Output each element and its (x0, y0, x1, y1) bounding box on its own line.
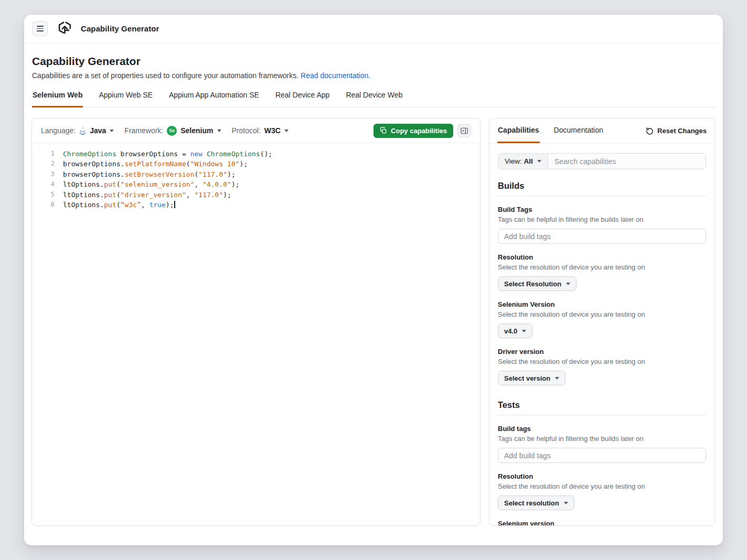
language-selector[interactable]: Language: Java (41, 126, 114, 135)
code-line: 6ltOptions.put(“w3c”, true); (32, 200, 480, 210)
section-divider (498, 415, 706, 415)
code-line: 3browserOptions.setBrowserVersion("117.0… (32, 169, 480, 179)
line-number: 3 (32, 169, 55, 179)
java-icon (79, 126, 86, 135)
field-help-text: Select the resolution of device you are … (498, 482, 706, 490)
driver-version-select[interactable]: Select version (498, 371, 565, 385)
tab-appium-app-automation-se[interactable]: Appium App Automation SE (168, 91, 260, 107)
hamburger-icon (37, 26, 44, 27)
view-filter-dropdown[interactable]: View: All (498, 154, 548, 169)
code-text: ltOptions.put("selenium_version", "4.0.0… (63, 179, 240, 189)
chevron-down-icon (564, 502, 568, 504)
text-cursor (174, 201, 175, 208)
code-line: 2browserOptions.setPlatformName("Windows… (32, 159, 480, 169)
tab-documentation[interactable]: Documentation (553, 119, 604, 143)
capability-search-bar: View: All (498, 153, 706, 169)
code-editor-panel: Language: Java Framework: Se (31, 118, 481, 526)
section-title-builds: Builds (498, 181, 706, 191)
code-editor[interactable]: 1ChromeOptions browserOptions = new Chro… (32, 143, 480, 216)
section-divider (498, 196, 706, 196)
line-number: 5 (32, 190, 55, 200)
chevron-down-icon (537, 160, 541, 163)
section-title-tests: Tests (498, 400, 706, 410)
read-documentation-link[interactable]: Read documentation. (301, 71, 370, 80)
field-label: Selenium Version (498, 300, 706, 308)
hamburger-menu-button[interactable] (33, 21, 48, 36)
field-builds-resolution: ResolutionSelect the resolution of devic… (498, 253, 706, 291)
editor-toolbar: Language: Java Framework: Se (32, 119, 480, 143)
field-tests-build-tags: Build tagsTags can be helpful in filteri… (498, 425, 706, 463)
code-line: 4ltOptions.put("selenium_version", "4.0.… (32, 179, 480, 189)
line-number: 6 (32, 200, 55, 210)
page-title: Capability Generator (32, 55, 715, 68)
collapse-panel-icon (461, 127, 468, 134)
tab-real-device-web[interactable]: Real Device Web (345, 91, 403, 107)
protocol-selector[interactable]: Protocol: W3C (232, 126, 289, 135)
field-label: Build Tags (498, 206, 706, 213)
chevron-down-icon (522, 330, 526, 332)
field-label: Selenium version (498, 520, 706, 525)
search-capabilities-input[interactable] (548, 154, 706, 169)
copy-icon (380, 127, 387, 134)
chevron-down-icon (555, 377, 559, 380)
page-tabs: Selenium WebAppium Web SEAppium App Auto… (32, 91, 715, 107)
chevron-down-icon (284, 130, 289, 132)
field-label: Resolution (498, 253, 706, 261)
field-builds-selenium-version: Selenium VersionSelect the resolution of… (498, 300, 706, 338)
code-text: browserOptions.setPlatformName("Windows … (63, 159, 248, 169)
capabilities-panel: CapabilitiesDocumentation Reset Changes … (489, 118, 715, 526)
line-number: 2 (32, 159, 55, 169)
field-help-text: Tags can be helpful in filtering the bui… (498, 216, 706, 223)
tab-capabilities[interactable]: Capabilities (497, 119, 540, 143)
capabilities-panel-header: CapabilitiesDocumentation Reset Changes (489, 119, 714, 144)
chevron-down-icon (110, 130, 114, 132)
field-help-text: Select the resolution of device you are … (498, 358, 706, 365)
resolution-select[interactable]: Select Resolution (498, 276, 577, 291)
copy-capabilities-button[interactable]: Copy capabilities (374, 124, 453, 138)
line-number: 1 (32, 149, 55, 159)
selenium-icon: Se (167, 126, 177, 136)
page-description: Capabilities are a set of properties use… (32, 71, 715, 80)
code-text: ChromeOptions browserOptions = new Chrom… (63, 149, 272, 159)
reset-icon (646, 127, 654, 135)
code-text: ltOptions.put(“w3c”, true); (63, 200, 175, 210)
add-build-tags-input[interactable] (498, 448, 706, 463)
add-build-tags-input[interactable] (498, 229, 706, 244)
tab-selenium-web[interactable]: Selenium Web (32, 91, 83, 107)
top-bar: Capability Generator (24, 15, 723, 43)
field-help-text: Tags can be helpful in filtering the bui… (498, 435, 706, 443)
field-label: Resolution (498, 472, 706, 480)
tab-appium-web-se[interactable]: Appium Web SE (98, 91, 153, 107)
collapse-panel-button[interactable] (457, 124, 471, 137)
chevron-down-icon (217, 130, 221, 132)
field-builds-build-tags: Build TagsTags can be helpful in filteri… (498, 206, 706, 244)
field-tests-selenium-version: Selenium versionSelect the resolution of… (498, 520, 706, 525)
chevron-down-icon (566, 283, 570, 285)
selenium-version-select[interactable]: v4.0 (498, 324, 532, 338)
field-help-text: Select the resolution of device you are … (498, 263, 706, 271)
capabilities-panel-body: View: All BuildsBuild TagsTags can be he… (489, 144, 714, 525)
line-number: 4 (32, 179, 55, 189)
field-label: Driver version (498, 348, 706, 356)
capability-sections-mount: BuildsBuild TagsTags can be helpful in f… (498, 181, 706, 525)
code-line: 1ChromeOptions browserOptions = new Chro… (32, 149, 480, 159)
app-title: Capability Generator (81, 24, 159, 33)
reset-changes-button[interactable]: Reset Changes (646, 127, 707, 135)
field-tests-resolution: ResolutionSelect the resolution of devic… (498, 472, 706, 510)
capability-generator-window: Capability Generator Capability Generato… (24, 15, 723, 545)
code-line: 5ltOptions.put("driver_version", "117.0"… (32, 190, 480, 200)
lambdatest-logo-icon (57, 20, 73, 37)
code-text: browserOptions.setBrowserVersion("117.0"… (63, 169, 236, 179)
resolution-select[interactable]: Select resolution (498, 496, 574, 510)
code-text: ltOptions.put("driver_version", "117.0")… (63, 190, 231, 200)
tab-real-device-app[interactable]: Real Device App (275, 91, 330, 107)
framework-selector[interactable]: Framework: Se Selenium (124, 126, 221, 136)
field-label: Build tags (498, 425, 706, 433)
field-builds-driver-version: Driver versionSelect the resolution of d… (498, 348, 706, 385)
field-help-text: Select the resolution of device you are … (498, 310, 706, 318)
